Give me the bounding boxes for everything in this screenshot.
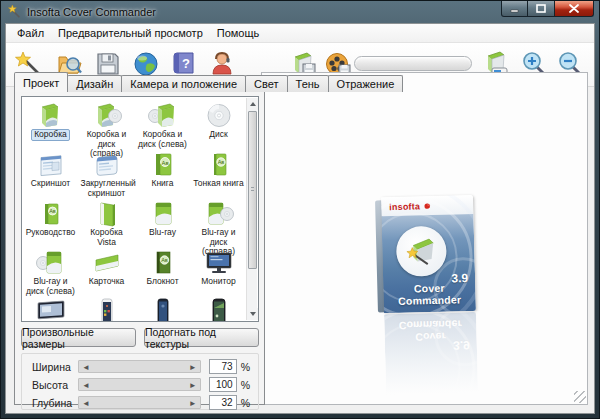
close-button[interactable] [554, 1, 594, 17]
depth-unit: % [241, 397, 250, 409]
client-area: ФайлПредварительный просмотрПомощь ? Про… [5, 23, 595, 414]
template-item[interactable]: Скриншот [23, 151, 78, 200]
template-item[interactable] [135, 298, 190, 322]
template-item[interactable]: Коробка и диск (слева) [135, 102, 190, 151]
svg-text:Ав: Ав [49, 208, 56, 214]
product-text: Cover Commander [383, 281, 476, 307]
template-item[interactable]: Карточка [79, 249, 134, 298]
svg-text:Ав: Ав [217, 159, 224, 165]
template-item-label: Закругленный скриншот [79, 178, 135, 198]
window-title: Insofta Cover Commander [27, 6, 156, 18]
depth-value-input[interactable] [209, 395, 237, 410]
slider-left-arrow-icon[interactable]: ◄ [82, 381, 90, 390]
vertical-scrollbar[interactable] [246, 98, 257, 320]
template-item-label: Руководство [24, 227, 78, 238]
template-item[interactable]: Blu-ray и диск (слева) [23, 249, 78, 298]
app-window: Insofta Cover Commander ФайлПредваритель… [0, 0, 600, 419]
app-icon [8, 5, 22, 19]
resize-grip[interactable] [574, 391, 586, 403]
slider-left-arrow-icon[interactable]: ◄ [82, 399, 90, 408]
iphone-icon [92, 298, 122, 322]
screenshot-icon [36, 151, 66, 178]
tab-shadow[interactable]: Тень [287, 75, 329, 92]
template-item[interactable] [191, 298, 246, 322]
tab-light[interactable]: Свет [245, 75, 287, 92]
template-item[interactable]: АвРуководство [23, 200, 78, 249]
template-item[interactable]: Blu-ray и диск (справа) [191, 200, 246, 249]
height-value-input[interactable] [209, 377, 237, 392]
width-value-input[interactable] [209, 359, 237, 374]
scrollbar-thumb[interactable] [248, 111, 257, 269]
menu-item-help[interactable]: Помощь [210, 25, 267, 41]
template-item-label: Диск [207, 129, 229, 140]
slider-right-arrow-icon[interactable]: ► [189, 381, 197, 390]
vistabox-icon [92, 200, 122, 227]
project-tab-page: КоробкаКоробка и диск (справа)Коробка и … [14, 91, 265, 405]
template-item[interactable]: АвБлокнот [135, 249, 190, 298]
tab-project[interactable]: Проект [14, 72, 68, 92]
custom-sizes-button[interactable]: Произвольные размеры [21, 328, 136, 347]
slider-right-arrow-icon[interactable]: ► [189, 399, 197, 408]
monitor-icon [204, 249, 234, 276]
slider-right-arrow-icon[interactable]: ► [189, 363, 197, 372]
depth-slider[interactable]: ◄ ► [78, 396, 201, 409]
tab-design[interactable]: Дизайн [67, 75, 122, 92]
minimize-button[interactable] [501, 1, 528, 17]
disc-icon [204, 102, 234, 129]
phonenexus-icon [204, 298, 234, 322]
template-item[interactable] [79, 298, 134, 322]
height-unit: % [241, 379, 250, 391]
height-slider[interactable]: ◄ ► [78, 378, 201, 391]
screenshotr-icon [92, 151, 122, 178]
template-item-label: Блокнот [144, 276, 180, 287]
template-item-label: Коробка и диск (слева) [135, 129, 190, 149]
tab-reflection[interactable]: Отражение [328, 75, 404, 92]
scroll-up-arrow-icon[interactable] [247, 98, 258, 110]
template-item-label: Коробка [31, 129, 70, 141]
template-item-label: Монитор [199, 276, 238, 287]
template-item[interactable]: Blu-ray [135, 200, 190, 249]
rendered-cover: insofta [381, 195, 487, 405]
width-unit: % [241, 361, 250, 373]
menubar: ФайлПредварительный просмотрПомощь [6, 24, 594, 43]
width-label: Ширина [32, 361, 78, 373]
template-item[interactable]: Закругленный скриншот [79, 151, 134, 200]
template-item[interactable]: Коробка и диск (справа) [79, 102, 134, 151]
template-grid: КоробкаКоробка и диск (справа)Коробка и … [23, 102, 246, 322]
template-item[interactable]: Диск [191, 102, 246, 151]
preview-panel: insofta [261, 72, 588, 405]
template-item[interactable] [23, 298, 78, 322]
template-item[interactable]: Коробка Vista [79, 200, 134, 249]
template-item[interactable]: АвТонкая книга [191, 151, 246, 200]
slider-left-arrow-icon[interactable]: ◄ [82, 363, 90, 372]
tabstrip: ПроектДизайнКамера и положениеСветТеньОт… [14, 72, 402, 92]
template-item[interactable]: Коробка [23, 102, 78, 151]
svg-text:?: ? [182, 56, 190, 71]
width-slider[interactable]: ◄ ► [78, 360, 201, 373]
dimensions-group: Ширина ◄ ► % Высота ◄ ► % [21, 353, 259, 410]
svg-text:Ав: Ав [161, 257, 168, 263]
template-item-label: Скриншот [29, 178, 72, 189]
reflection-fade [376, 311, 489, 405]
book-icon: Ав [148, 151, 178, 178]
template-item-label: Книга [149, 178, 175, 189]
boxdiscl-icon [148, 102, 178, 129]
tab-camera[interactable]: Камера и положение [121, 75, 246, 92]
template-list[interactable]: КоробкаКоробка и диск (справа)Коробка и … [21, 96, 259, 322]
scroll-down-arrow-icon[interactable] [247, 308, 258, 320]
fit-textures-button[interactable]: Подогнать под текстуры [144, 328, 259, 347]
template-item-label: Коробка Vista [79, 227, 134, 247]
template-item[interactable]: Монитор [191, 249, 246, 298]
menu-item-preview[interactable]: Предварительный просмотр [51, 25, 210, 41]
menu-item-file[interactable]: Файл [10, 25, 51, 41]
box-icon [36, 102, 66, 129]
bluraydr-icon [204, 200, 234, 227]
phonedark-icon [148, 298, 178, 322]
template-item[interactable]: АвКнига [135, 151, 190, 200]
titlebar[interactable]: Insofta Cover Commander [1, 1, 599, 23]
box-front: insofta [381, 195, 476, 313]
thinbook-icon: Ав [204, 151, 234, 178]
boxdiscr-icon [92, 102, 122, 129]
tv-icon [36, 298, 66, 322]
maximize-button[interactable] [528, 1, 554, 17]
